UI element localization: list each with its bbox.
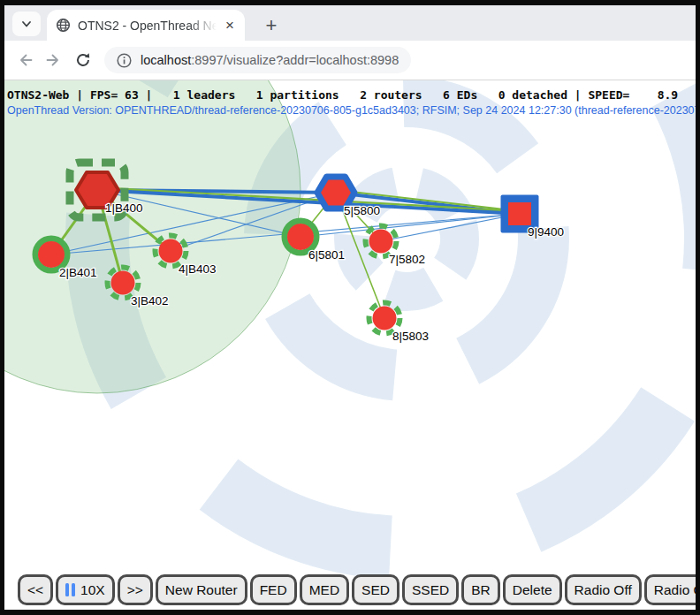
toolbar-button-label: >>	[127, 582, 143, 598]
tab-title: OTNS2 - OpenThread Ne	[78, 19, 217, 33]
toolbar-button-sed[interactable]: SED	[352, 574, 399, 605]
omnibox[interactable]: localhost:8997/visualize?addr=localhost:…	[104, 47, 411, 73]
toolbar-button-label: Radio On	[654, 582, 696, 598]
node-6-5801[interactable]	[287, 224, 314, 250]
status-line: OTNS2-Web | FPS= 63 | 1 leaders 1 partit…	[7, 88, 678, 102]
node-label: 6|5801	[308, 248, 345, 262]
tab-strip: OTNS2 - OpenThread Ne × +	[4, 5, 696, 41]
node-label: 3|B402	[131, 294, 169, 308]
action-toolbar: <<10X>>New RouterFEDMEDSEDSSEDBRDeleteRa…	[18, 574, 696, 605]
node-label: 5|5800	[344, 204, 380, 217]
toolbar-button-med[interactable]: MED	[300, 574, 349, 605]
forward-icon[interactable]	[45, 51, 63, 69]
node-7-5802[interactable]	[369, 230, 393, 254]
browser-chrome: OTNS2 - OpenThread Ne × +	[4, 5, 696, 80]
node-9-9400-core	[508, 202, 531, 225]
toolbar-button-label: SED	[361, 582, 390, 598]
node-3-b402[interactable]	[111, 271, 135, 295]
toolbar-button-radio-on[interactable]: Radio On	[644, 574, 696, 605]
back-icon[interactable]	[16, 51, 34, 69]
node-label: 7|5802	[389, 253, 425, 266]
toolbar-button-br[interactable]: BR	[461, 574, 500, 605]
node-8-5803[interactable]	[373, 307, 397, 330]
globe-icon	[56, 18, 71, 33]
refresh-icon[interactable]	[74, 51, 92, 69]
node-label: 1|B400	[105, 201, 143, 215]
toolbar-button-speed-up[interactable]: >>	[118, 574, 153, 605]
url-text: localhost:8997/visualize?addr=localhost:…	[141, 53, 399, 67]
node-label: 9|9400	[528, 225, 564, 239]
chevron-down-icon	[20, 18, 33, 30]
toolbar-button-fed[interactable]: FED	[250, 574, 297, 605]
openthread-version-line: OpenThread Version: OPENTHREAD/thread-re…	[7, 104, 696, 117]
url-toolbar: localhost:8997/visualize?addr=localhost:…	[4, 41, 696, 80]
browser-tab[interactable]: OTNS2 - OpenThread Ne ×	[47, 10, 245, 41]
pause-icon	[65, 583, 75, 596]
tab-close-button[interactable]: ×	[224, 18, 236, 33]
toolbar-button-speed[interactable]: 10X	[56, 574, 115, 605]
network-graph: 1|B4002|B4013|B4024|B4035|58006|58017|58…	[4, 80, 696, 610]
toolbar-button-label: 10X	[80, 582, 105, 598]
node-label: 2|B401	[59, 266, 97, 279]
toolbar-button-label: SSED	[412, 582, 449, 598]
toolbar-button-radio-off[interactable]: Radio Off	[565, 574, 642, 605]
toolbar-button-ssed[interactable]: SSED	[402, 574, 459, 605]
node-2-b401[interactable]	[38, 241, 65, 268]
link-6-9	[301, 214, 520, 237]
toolbar-button-label: MED	[309, 582, 339, 598]
toolbar-button-delete[interactable]: Delete	[503, 574, 562, 605]
toolbar-button-label: FED	[260, 582, 287, 598]
visualization-canvas[interactable]: 1|B4002|B4013|B4024|B4035|58006|58017|58…	[4, 80, 696, 610]
toolbar-button-label: Delete	[513, 582, 552, 598]
toolbar-button-label: <<	[27, 582, 43, 598]
new-tab-button[interactable]: +	[258, 12, 285, 39]
node-label: 8|5803	[392, 330, 429, 343]
info-icon[interactable]	[117, 53, 132, 68]
url-host: localhost	[141, 53, 191, 67]
toolbar-button-label: New Router	[165, 582, 238, 598]
tab-search-button[interactable]	[12, 11, 41, 36]
toolbar-button-speed-down[interactable]: <<	[18, 574, 53, 605]
toolbar-button-label: BR	[471, 582, 491, 598]
toolbar-button-label: Radio Off	[574, 582, 632, 598]
window-frame: OTNS2 - OpenThread Ne × +	[0, 0, 700, 615]
node-label: 4|B403	[179, 262, 217, 276]
toolbar-button-new-router[interactable]: New Router	[156, 574, 247, 605]
url-path: :8997/visualize?addr=localhost:8998	[191, 53, 399, 67]
node-4-b403[interactable]	[159, 239, 183, 263]
